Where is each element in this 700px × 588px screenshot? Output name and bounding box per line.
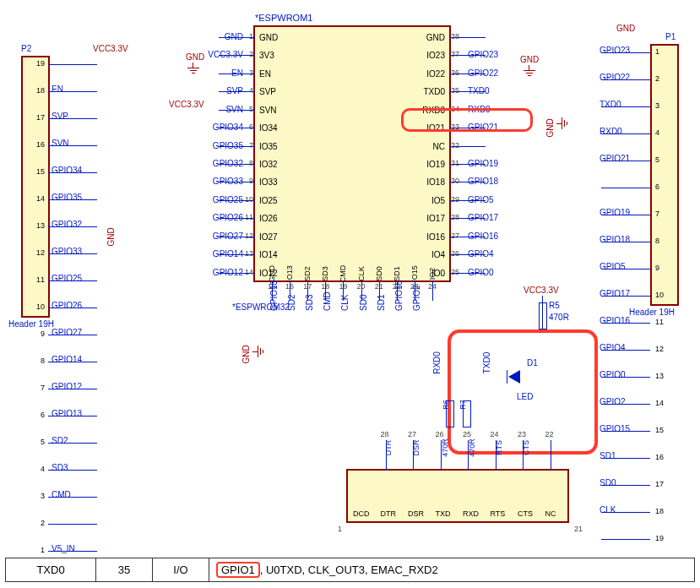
cell-dir: I/O	[153, 558, 209, 582]
led-icon	[508, 370, 520, 384]
gnd-icon	[187, 63, 199, 73]
chip-vcc-label: VCC3.3V	[169, 100, 204, 109]
r5-val: 470R	[549, 313, 569, 322]
p1-gnd-label: GND	[616, 24, 635, 33]
serial-connector: 1 21 DCD DTR DTR DSR DSR 470R TXD 470R R…	[346, 469, 569, 523]
gnd-near-txd0: GND	[545, 118, 555, 137]
chip-bottom-gnd-label: GND	[241, 345, 251, 363]
chip-bot-net: GPIO2	[412, 285, 421, 311]
rxd0-net: RXD0	[432, 351, 442, 374]
led-label: LED	[517, 392, 533, 401]
d1-ref: D1	[527, 358, 538, 368]
chip-bot-net: SD3	[305, 295, 314, 311]
gnd-icon	[524, 65, 535, 75]
chip-ref: *ESPWROM1	[255, 13, 312, 23]
chip-bot-net: GPIO15	[394, 280, 404, 311]
cell-name: TXD0	[6, 558, 96, 582]
cell-pin: 35	[96, 558, 153, 582]
txd0-pin-highlight	[401, 108, 533, 132]
chip-gnd1-label: GND	[186, 52, 204, 62]
chip-bot-net: SD1	[377, 295, 386, 311]
p1-ref: P1	[665, 32, 676, 41]
p2-vcc-label: VCC3.3V	[93, 44, 128, 53]
esp32-chip: *ESPWROM1 GND 1GND 3V3 2VCC3.3V EN 3EN S…	[253, 25, 451, 282]
r7-resistor	[463, 400, 471, 427]
chip-bot-net: CLK	[340, 295, 350, 311]
schematic-canvas: { "chip": { "ref": "*ESPWROM1", "bottom_…	[0, 0, 700, 588]
gnd-icon	[556, 117, 567, 129]
conn-pin1: 1	[338, 525, 342, 533]
led-vcc-label: VCC3.3V	[524, 286, 559, 295]
cell-functions: GPIO1, U0TXD, CLK_OUT3, EMAC_RXD2	[209, 558, 695, 582]
conn-pin21: 21	[574, 525, 583, 533]
chip-bottom-ref: *ESPWROM32	[232, 302, 290, 312]
header-p2: 19 18 EN 17 SVP 16 SVN 15 GPIO34	[21, 56, 50, 318]
header-p1: 1 GPIO23 2 GPIO22 3 TXD0 4 RXD0 5 GPIO21…	[650, 44, 679, 306]
r5-resistor	[539, 302, 547, 329]
p2-ref: P2	[21, 44, 31, 53]
chip-bot-net: CMD	[323, 291, 332, 311]
r5-ref: R5	[549, 301, 560, 310]
gpio1-highlight: GPIO1	[216, 562, 260, 578]
chip-bot-net: SD0	[359, 295, 368, 311]
pin-function-table: TXD0 35 I/O GPIO1, U0TXD, CLK_OUT3, EMAC…	[5, 558, 695, 582]
txd0-net: TXD0	[482, 352, 491, 374]
r6-resistor	[446, 400, 454, 427]
chip-gnd-right-label: GND	[520, 55, 539, 64]
p2-gnd-label: GND	[106, 227, 116, 246]
p1-label: Header 19H	[629, 308, 675, 317]
p2-label: Header 19H	[8, 319, 54, 329]
table-row: TXD0 35 I/O GPIO1, U0TXD, CLK_OUT3, EMAC…	[6, 558, 695, 582]
gnd-icon	[252, 346, 263, 357]
